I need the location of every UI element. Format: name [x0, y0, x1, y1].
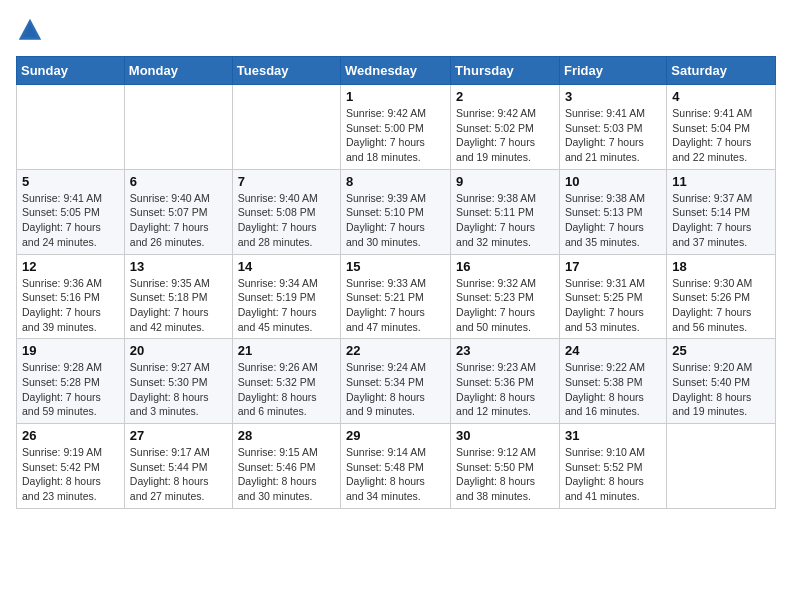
calendar-cell [124, 85, 232, 170]
weekday-header: Wednesday [341, 57, 451, 85]
day-info: Sunrise: 9:39 AM Sunset: 5:10 PM Dayligh… [346, 191, 445, 250]
day-info: Sunrise: 9:40 AM Sunset: 5:08 PM Dayligh… [238, 191, 335, 250]
calendar-cell [17, 85, 125, 170]
day-info: Sunrise: 9:31 AM Sunset: 5:25 PM Dayligh… [565, 276, 661, 335]
calendar-cell: 18Sunrise: 9:30 AM Sunset: 5:26 PM Dayli… [667, 254, 776, 339]
day-info: Sunrise: 9:12 AM Sunset: 5:50 PM Dayligh… [456, 445, 554, 504]
day-info: Sunrise: 9:26 AM Sunset: 5:32 PM Dayligh… [238, 360, 335, 419]
day-info: Sunrise: 9:41 AM Sunset: 5:05 PM Dayligh… [22, 191, 119, 250]
calendar-cell: 5Sunrise: 9:41 AM Sunset: 5:05 PM Daylig… [17, 169, 125, 254]
day-info: Sunrise: 9:30 AM Sunset: 5:26 PM Dayligh… [672, 276, 770, 335]
day-number: 18 [672, 259, 770, 274]
day-info: Sunrise: 9:38 AM Sunset: 5:13 PM Dayligh… [565, 191, 661, 250]
day-number: 10 [565, 174, 661, 189]
day-number: 28 [238, 428, 335, 443]
day-info: Sunrise: 9:34 AM Sunset: 5:19 PM Dayligh… [238, 276, 335, 335]
calendar-week-row: 1Sunrise: 9:42 AM Sunset: 5:00 PM Daylig… [17, 85, 776, 170]
day-number: 7 [238, 174, 335, 189]
calendar-week-row: 19Sunrise: 9:28 AM Sunset: 5:28 PM Dayli… [17, 339, 776, 424]
calendar-cell: 26Sunrise: 9:19 AM Sunset: 5:42 PM Dayli… [17, 424, 125, 509]
day-number: 4 [672, 89, 770, 104]
day-info: Sunrise: 9:17 AM Sunset: 5:44 PM Dayligh… [130, 445, 227, 504]
day-number: 1 [346, 89, 445, 104]
calendar-cell: 29Sunrise: 9:14 AM Sunset: 5:48 PM Dayli… [341, 424, 451, 509]
day-info: Sunrise: 9:41 AM Sunset: 5:04 PM Dayligh… [672, 106, 770, 165]
calendar-cell: 13Sunrise: 9:35 AM Sunset: 5:18 PM Dayli… [124, 254, 232, 339]
day-info: Sunrise: 9:22 AM Sunset: 5:38 PM Dayligh… [565, 360, 661, 419]
calendar-week-row: 12Sunrise: 9:36 AM Sunset: 5:16 PM Dayli… [17, 254, 776, 339]
calendar-cell: 6Sunrise: 9:40 AM Sunset: 5:07 PM Daylig… [124, 169, 232, 254]
calendar-cell [667, 424, 776, 509]
calendar-cell: 17Sunrise: 9:31 AM Sunset: 5:25 PM Dayli… [559, 254, 666, 339]
day-info: Sunrise: 9:20 AM Sunset: 5:40 PM Dayligh… [672, 360, 770, 419]
day-number: 24 [565, 343, 661, 358]
day-number: 26 [22, 428, 119, 443]
day-info: Sunrise: 9:24 AM Sunset: 5:34 PM Dayligh… [346, 360, 445, 419]
weekday-header: Tuesday [232, 57, 340, 85]
calendar-cell: 15Sunrise: 9:33 AM Sunset: 5:21 PM Dayli… [341, 254, 451, 339]
day-info: Sunrise: 9:36 AM Sunset: 5:16 PM Dayligh… [22, 276, 119, 335]
day-number: 27 [130, 428, 227, 443]
calendar-cell: 21Sunrise: 9:26 AM Sunset: 5:32 PM Dayli… [232, 339, 340, 424]
calendar-cell: 2Sunrise: 9:42 AM Sunset: 5:02 PM Daylig… [451, 85, 560, 170]
day-info: Sunrise: 9:32 AM Sunset: 5:23 PM Dayligh… [456, 276, 554, 335]
day-number: 8 [346, 174, 445, 189]
day-info: Sunrise: 9:28 AM Sunset: 5:28 PM Dayligh… [22, 360, 119, 419]
calendar-cell: 16Sunrise: 9:32 AM Sunset: 5:23 PM Dayli… [451, 254, 560, 339]
logo [16, 16, 48, 44]
day-info: Sunrise: 9:10 AM Sunset: 5:52 PM Dayligh… [565, 445, 661, 504]
calendar-week-row: 5Sunrise: 9:41 AM Sunset: 5:05 PM Daylig… [17, 169, 776, 254]
weekday-header: Saturday [667, 57, 776, 85]
day-number: 9 [456, 174, 554, 189]
day-number: 21 [238, 343, 335, 358]
day-number: 29 [346, 428, 445, 443]
page-header [16, 16, 776, 44]
calendar-cell: 20Sunrise: 9:27 AM Sunset: 5:30 PM Dayli… [124, 339, 232, 424]
day-number: 2 [456, 89, 554, 104]
calendar-cell: 19Sunrise: 9:28 AM Sunset: 5:28 PM Dayli… [17, 339, 125, 424]
day-info: Sunrise: 9:33 AM Sunset: 5:21 PM Dayligh… [346, 276, 445, 335]
calendar-cell: 23Sunrise: 9:23 AM Sunset: 5:36 PM Dayli… [451, 339, 560, 424]
calendar-week-row: 26Sunrise: 9:19 AM Sunset: 5:42 PM Dayli… [17, 424, 776, 509]
calendar-cell: 11Sunrise: 9:37 AM Sunset: 5:14 PM Dayli… [667, 169, 776, 254]
weekday-header: Thursday [451, 57, 560, 85]
day-number: 22 [346, 343, 445, 358]
day-info: Sunrise: 9:27 AM Sunset: 5:30 PM Dayligh… [130, 360, 227, 419]
day-number: 23 [456, 343, 554, 358]
day-number: 5 [22, 174, 119, 189]
day-info: Sunrise: 9:37 AM Sunset: 5:14 PM Dayligh… [672, 191, 770, 250]
calendar-cell: 9Sunrise: 9:38 AM Sunset: 5:11 PM Daylig… [451, 169, 560, 254]
calendar-cell [232, 85, 340, 170]
day-number: 25 [672, 343, 770, 358]
calendar-cell: 30Sunrise: 9:12 AM Sunset: 5:50 PM Dayli… [451, 424, 560, 509]
day-number: 6 [130, 174, 227, 189]
day-number: 15 [346, 259, 445, 274]
day-info: Sunrise: 9:41 AM Sunset: 5:03 PM Dayligh… [565, 106, 661, 165]
calendar-table: SundayMondayTuesdayWednesdayThursdayFrid… [16, 56, 776, 509]
weekday-header: Monday [124, 57, 232, 85]
calendar-cell: 4Sunrise: 9:41 AM Sunset: 5:04 PM Daylig… [667, 85, 776, 170]
day-number: 12 [22, 259, 119, 274]
calendar-cell: 25Sunrise: 9:20 AM Sunset: 5:40 PM Dayli… [667, 339, 776, 424]
calendar-cell: 31Sunrise: 9:10 AM Sunset: 5:52 PM Dayli… [559, 424, 666, 509]
day-number: 19 [22, 343, 119, 358]
day-number: 3 [565, 89, 661, 104]
day-info: Sunrise: 9:15 AM Sunset: 5:46 PM Dayligh… [238, 445, 335, 504]
day-number: 17 [565, 259, 661, 274]
calendar-cell: 28Sunrise: 9:15 AM Sunset: 5:46 PM Dayli… [232, 424, 340, 509]
weekday-header: Friday [559, 57, 666, 85]
calendar-cell: 7Sunrise: 9:40 AM Sunset: 5:08 PM Daylig… [232, 169, 340, 254]
calendar-header-row: SundayMondayTuesdayWednesdayThursdayFrid… [17, 57, 776, 85]
day-number: 16 [456, 259, 554, 274]
day-info: Sunrise: 9:19 AM Sunset: 5:42 PM Dayligh… [22, 445, 119, 504]
day-number: 20 [130, 343, 227, 358]
day-info: Sunrise: 9:23 AM Sunset: 5:36 PM Dayligh… [456, 360, 554, 419]
day-info: Sunrise: 9:14 AM Sunset: 5:48 PM Dayligh… [346, 445, 445, 504]
calendar-cell: 24Sunrise: 9:22 AM Sunset: 5:38 PM Dayli… [559, 339, 666, 424]
weekday-header: Sunday [17, 57, 125, 85]
calendar-cell: 22Sunrise: 9:24 AM Sunset: 5:34 PM Dayli… [341, 339, 451, 424]
calendar-cell: 27Sunrise: 9:17 AM Sunset: 5:44 PM Dayli… [124, 424, 232, 509]
calendar-cell: 1Sunrise: 9:42 AM Sunset: 5:00 PM Daylig… [341, 85, 451, 170]
day-info: Sunrise: 9:42 AM Sunset: 5:00 PM Dayligh… [346, 106, 445, 165]
calendar-cell: 14Sunrise: 9:34 AM Sunset: 5:19 PM Dayli… [232, 254, 340, 339]
